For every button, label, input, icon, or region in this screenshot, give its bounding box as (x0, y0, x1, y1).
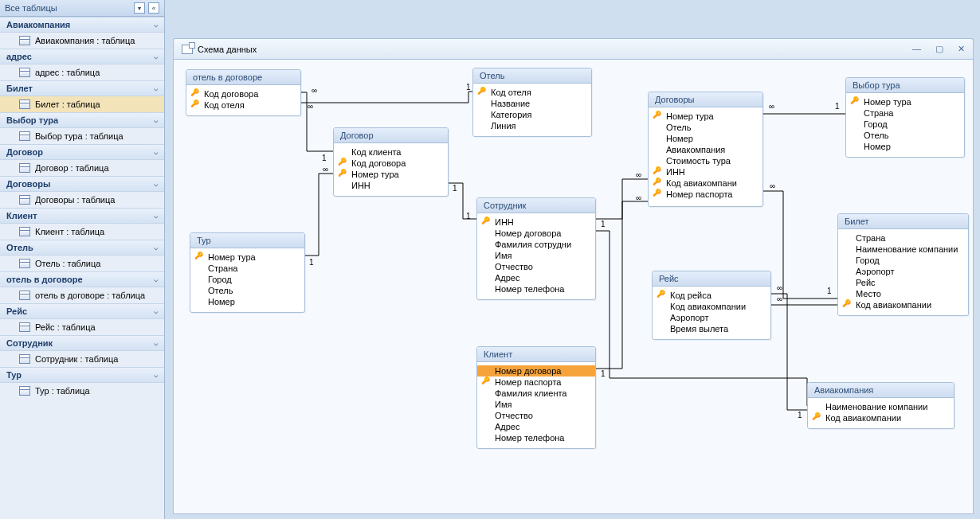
field[interactable]: Код договора (334, 158, 448, 169)
group-header-oteldog[interactable]: отель в договоре⌵ (0, 271, 164, 287)
collapse-glyph-icon[interactable]: ⌵ (154, 53, 158, 60)
field[interactable]: Место (838, 288, 968, 299)
entity-title[interactable]: Рейс (653, 271, 770, 287)
collapse-glyph-icon[interactable]: ⌵ (154, 275, 158, 283)
field[interactable]: Отель (649, 122, 762, 133)
collapse-glyph-icon[interactable]: ⌵ (154, 21, 158, 29)
dropdown-icon[interactable]: ▾ (134, 2, 145, 14)
field[interactable]: Номер тура (846, 96, 964, 107)
entity-title[interactable]: Билет (838, 214, 968, 229)
field[interactable]: Город (838, 255, 968, 266)
entity-oteldog[interactable]: отель в договореКод договораКод отеля (186, 69, 301, 116)
collapse-glyph-icon[interactable]: ⌵ (154, 371, 158, 379)
field[interactable]: Отель (846, 130, 964, 141)
field[interactable]: Номер (846, 141, 964, 152)
group-header-reis[interactable]: Рейс⌵ (0, 303, 164, 319)
entity-avia[interactable]: АвиакомпанияНаименование компанииКод ави… (807, 382, 955, 429)
entity-title[interactable]: Авиакомпания (808, 383, 954, 398)
nav-header[interactable]: Все таблицы ▾ « (0, 0, 164, 17)
field[interactable]: Город (190, 274, 304, 285)
field[interactable]: Фамилия клиента (477, 388, 595, 399)
entity-reis[interactable]: РейсКод рейсаКод авиакомпанииАэропортВре… (652, 271, 771, 340)
group-header-tur[interactable]: Тур⌵ (0, 367, 164, 383)
field[interactable]: ИНН (649, 166, 762, 178)
field[interactable]: Код авиакомпании (808, 412, 954, 423)
nav-item-bilet[interactable]: Билет : таблица (0, 96, 164, 112)
nav-item-reis[interactable]: Рейс : таблица (0, 319, 164, 335)
entity-title[interactable]: Договоры (649, 92, 762, 107)
field[interactable]: Категория (473, 109, 591, 120)
field[interactable]: Рейс (838, 277, 968, 288)
entity-sotrudnik[interactable]: СотрудникИНННомер договораФамилия сотруд… (476, 197, 596, 300)
field[interactable]: Номер тура (334, 169, 448, 180)
entity-title[interactable]: Выбор тура (846, 78, 964, 93)
entity-klient[interactable]: КлиентНомер договораНомер паспортаФамили… (476, 346, 596, 449)
group-header-klient[interactable]: Клиент⌵ (0, 208, 164, 224)
nav-item-tur[interactable]: Тур : таблица (0, 383, 164, 399)
field[interactable]: Номер тура (649, 111, 762, 122)
field[interactable]: Номер телефона (477, 432, 595, 443)
collapse-glyph-icon[interactable]: ⌵ (154, 339, 158, 347)
field[interactable]: Номер договора (477, 228, 595, 239)
collapse-glyph-icon[interactable]: ⌵ (154, 84, 158, 92)
group-header-aviacompany[interactable]: Авиакомпания⌵ (0, 17, 164, 33)
collapse-glyph-icon[interactable]: ⌵ (154, 307, 158, 315)
nav-item-otel[interactable]: Отель : таблица (0, 256, 164, 271)
field[interactable]: ИНН (334, 180, 448, 191)
relationships-canvas[interactable]: 1∞∞11∞111∞1∞∞1∞1∞1∞ отель в договореКод … (173, 59, 974, 514)
field[interactable]: Авиакомпания (649, 144, 762, 155)
group-header-dogovory[interactable]: Договоры⌵ (0, 176, 164, 192)
nav-item-klient[interactable]: Клиент : таблица (0, 224, 164, 240)
group-header-dogovor[interactable]: Договор⌵ (0, 144, 164, 160)
field[interactable]: Номер тура (190, 252, 304, 263)
field[interactable]: Страна (846, 107, 964, 119)
field[interactable]: Номер договора (477, 365, 595, 377)
collapse-glyph-icon[interactable]: ⌵ (154, 212, 158, 220)
entity-title[interactable]: Отель (473, 68, 591, 84)
group-header-vybor[interactable]: Выбор тура⌵ (0, 112, 164, 128)
entity-title[interactable]: Сотрудник (477, 198, 595, 213)
field[interactable]: Адрес (477, 272, 595, 283)
group-header-bilet[interactable]: Билет⌵ (0, 80, 164, 96)
field[interactable]: Фамилия сотрудни (477, 239, 595, 250)
field[interactable]: Код авиакомпании (653, 301, 770, 312)
collapse-glyph-icon[interactable]: ⌵ (154, 244, 158, 252)
entity-title[interactable]: Договор (334, 128, 448, 143)
entity-bilet[interactable]: БилетСтранаНаименование компанииГородАэр… (837, 213, 969, 316)
field[interactable]: Аэропорт (653, 312, 770, 323)
group-header-sotrudnik[interactable]: Сотрудник⌵ (0, 335, 164, 351)
field[interactable] (649, 200, 762, 201)
field[interactable]: Код отеля (473, 87, 591, 98)
entity-otel[interactable]: ОтельКод отеляНазваниеКатегорияЛиния (472, 68, 592, 137)
field[interactable]: Наименование компании (838, 244, 968, 255)
group-header-address[interactable]: адрес⌵ (0, 49, 164, 64)
collapse-icon[interactable]: « (148, 2, 159, 14)
minimize-icon[interactable]: — (912, 44, 921, 54)
field[interactable]: Линия (473, 120, 591, 131)
nav-item-vybor[interactable]: Выбор тура : таблица (0, 128, 164, 144)
entity-dogovor[interactable]: ДоговорКод клиентаКод договораНомер тура… (333, 127, 449, 197)
collapse-glyph-icon[interactable]: ⌵ (154, 148, 158, 156)
entity-tur[interactable]: ТурНомер тураСтранаГородОтельНомер (190, 232, 305, 313)
field[interactable]: Код авиакомпании (838, 299, 968, 310)
field[interactable]: Код авиакомпани (649, 178, 762, 189)
field[interactable]: Номер паспорта (477, 377, 595, 388)
field[interactable]: Имя (477, 399, 595, 410)
field[interactable]: Название (473, 98, 591, 109)
collapse-glyph-icon[interactable]: ⌵ (154, 116, 158, 124)
field[interactable]: Номер телефона (477, 283, 595, 295)
close-icon[interactable]: ✕ (958, 44, 965, 54)
field[interactable]: Аэропорт (838, 266, 968, 277)
collapse-glyph-icon[interactable]: ⌵ (154, 180, 158, 188)
field[interactable]: Номер (190, 296, 304, 307)
entity-dogovory[interactable]: ДоговорыНомер тураОтельНомерАвиакомпания… (648, 92, 763, 207)
field[interactable]: Страна (838, 232, 968, 244)
field[interactable]: Время вылета (653, 323, 770, 334)
field[interactable]: Код отеля (186, 100, 300, 111)
field[interactable]: Код рейса (653, 290, 770, 301)
entity-title[interactable]: Клиент (477, 347, 595, 362)
field[interactable]: Город (846, 119, 964, 130)
field[interactable]: Стоимость тура (649, 155, 762, 166)
nav-item-oteldog[interactable]: отель в договоре : таблица (0, 287, 164, 303)
field[interactable]: Адрес (477, 421, 595, 432)
